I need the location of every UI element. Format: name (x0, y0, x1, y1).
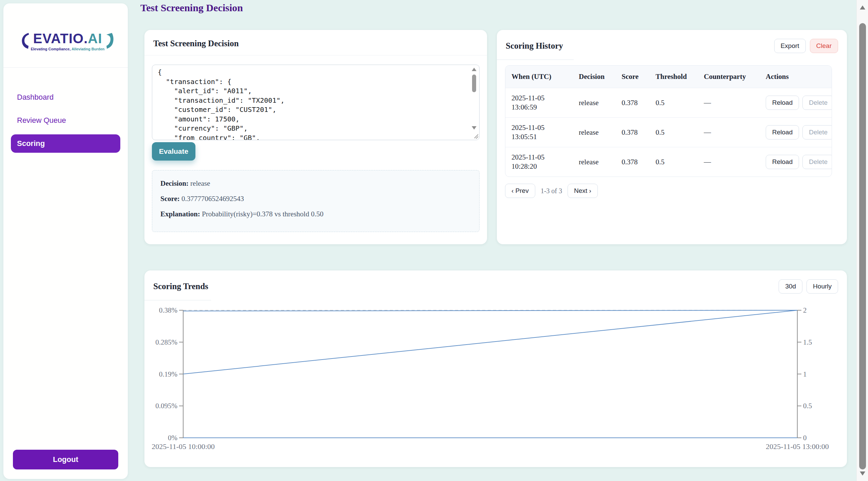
scoring-trends-chart: 0.38%0.285%0.19%0.095%0%21.510.502025-11… (144, 270, 847, 467)
test-screening-card: Test Screening Decision { "transaction":… (144, 30, 487, 244)
score-cell: 0.378 (615, 152, 649, 172)
col-actions: Actions (760, 66, 832, 88)
svg-text:0.19%: 0.19% (159, 370, 177, 378)
when-cell: 2025-11-0513:05:51 (505, 118, 573, 147)
scrollbar-up-icon[interactable] (860, 5, 865, 10)
transaction-json-input[interactable]: { "transaction": { "alert_id": "A011", "… (152, 65, 480, 140)
prev-page-button[interactable]: ‹ Prev (505, 184, 535, 198)
reload-button[interactable]: Reload (766, 96, 799, 110)
pagination: ‹ Prev 1-3 of 3 Next › (505, 184, 598, 198)
scoring-history-card: Scoring History Export Clear When (UTC) … (497, 30, 847, 244)
col-counterparty: Counterparty (698, 66, 760, 88)
score-cell: 0.378 (615, 93, 649, 113)
sidebar-item-dashboard[interactable]: Dashboard (11, 88, 120, 106)
brand-name: EVATIO.AI (31, 31, 104, 46)
sidebar: EVATIO.AI Elevating Compliance, Alleviat… (3, 3, 128, 479)
when-cell: 2025-11-0510:28:20 (505, 147, 573, 177)
table-header-row: When (UTC) Decision Score Threshold Coun… (505, 66, 832, 88)
score-line: Score: 0.3777706524692543 (160, 195, 471, 203)
sidebar-nav: Dashboard Review Queue Scoring (3, 68, 128, 153)
logo-right-arc-icon (106, 27, 114, 54)
svg-text:2: 2 (803, 306, 807, 314)
main-content: Test Screening Decision Test Screening D… (139, 0, 857, 481)
threshold-cell: 0.5 (649, 123, 698, 142)
counterparty-cell: — (698, 93, 760, 113)
scroll-down-icon[interactable] (472, 126, 476, 130)
decision-cell: release (573, 152, 615, 172)
counterparty-cell: — (698, 123, 760, 142)
history-card-title: Scoring History (506, 41, 563, 51)
resize-handle-icon[interactable] (473, 133, 478, 139)
table-row: 2025-11-0513:06:59 release 0.378 0.5 — R… (505, 88, 832, 117)
svg-text:0.38%: 0.38% (159, 306, 177, 314)
delete-button[interactable]: Delete (802, 125, 832, 139)
scroll-up-icon[interactable] (472, 68, 476, 71)
reload-button[interactable]: Reload (766, 125, 799, 139)
logo-left-arc-icon (21, 27, 29, 54)
sidebar-item-review-queue[interactable]: Review Queue (11, 111, 120, 130)
transaction-json-text: { "transaction": { "alert_id": "A011", "… (158, 68, 468, 140)
textarea-scrollbar-thumb[interactable] (472, 74, 476, 92)
threshold-cell: 0.5 (649, 93, 698, 113)
window-scrollbar-thumb[interactable] (859, 23, 866, 469)
svg-text:2025-11-05 13:00:00: 2025-11-05 13:00:00 (766, 442, 829, 451)
table-row: 2025-11-0513:05:51 release 0.378 0.5 — R… (505, 117, 832, 147)
decision-line: Decision: release (160, 179, 471, 188)
evaluation-result: Decision: release Score: 0.3777706524692… (152, 170, 480, 232)
export-button[interactable]: Export (774, 39, 806, 53)
reload-button[interactable]: Reload (766, 155, 799, 169)
test-card-title: Test Screening Decision (153, 39, 239, 48)
scoring-history-table: When (UTC) Decision Score Threshold Coun… (505, 65, 832, 177)
scoring-trends-card: Scoring Trends 30d Hourly 0.38%0.285%0.1… (144, 270, 847, 467)
svg-text:2025-11-05 10:00:00: 2025-11-05 10:00:00 (152, 442, 215, 451)
page-range-label: 1-3 of 3 (541, 187, 562, 195)
svg-text:0.5: 0.5 (803, 402, 812, 410)
decision-cell: release (573, 123, 615, 142)
svg-text:0: 0 (803, 434, 807, 442)
clear-button[interactable]: Clear (810, 39, 838, 53)
next-page-button[interactable]: Next › (568, 184, 598, 198)
col-threshold: Threshold (649, 66, 698, 88)
table-row: 2025-11-0510:28:20 release 0.378 0.5 — R… (505, 147, 832, 177)
textarea-scrollbar[interactable] (470, 66, 479, 132)
delete-button[interactable]: Delete (802, 155, 832, 169)
svg-text:0.095%: 0.095% (155, 402, 177, 410)
delete-button[interactable]: Delete (802, 96, 832, 110)
svg-text:1: 1 (803, 370, 807, 378)
col-score: Score (615, 66, 649, 88)
score-cell: 0.378 (615, 123, 649, 142)
page-title: Test Screening Decision (140, 2, 243, 14)
scrollbar-down-icon[interactable] (860, 471, 865, 476)
brand-tagline: Elevating Compliance, Alleviating Burden (31, 47, 104, 51)
svg-text:0%: 0% (168, 434, 177, 442)
svg-text:1.5: 1.5 (803, 338, 812, 346)
when-cell: 2025-11-0513:06:59 (505, 88, 573, 117)
evaluate-button[interactable]: Evaluate (152, 142, 195, 161)
counterparty-cell: — (698, 152, 760, 172)
logo: EVATIO.AI Elevating Compliance, Alleviat… (3, 3, 128, 68)
svg-text:0.285%: 0.285% (155, 338, 177, 346)
decision-cell: release (573, 93, 615, 113)
window-scrollbar[interactable] (856, 0, 868, 481)
explanation-line: Explanation: Probability(risky)=0.378 vs… (160, 210, 471, 218)
logout-button[interactable]: Logout (13, 450, 118, 469)
threshold-cell: 0.5 (649, 152, 698, 172)
col-decision: Decision (573, 66, 615, 88)
col-when: When (UTC) (505, 66, 573, 88)
sidebar-item-scoring[interactable]: Scoring (11, 134, 120, 153)
